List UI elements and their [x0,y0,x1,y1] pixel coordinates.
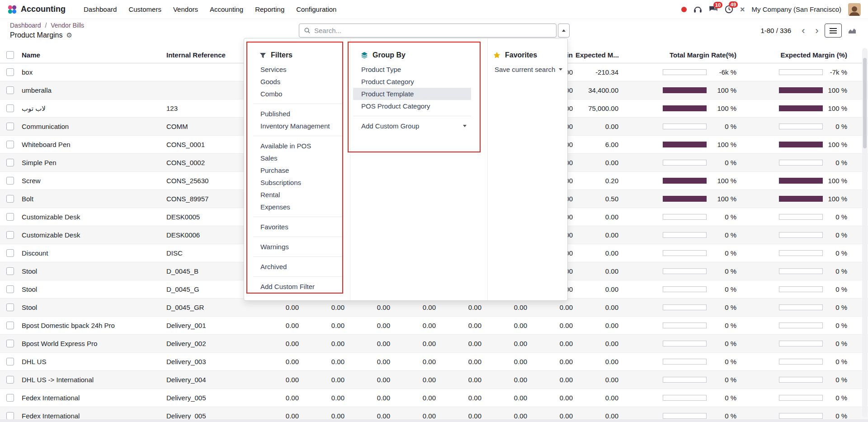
filter-item[interactable]: Favorites [244,221,350,233]
filter-item[interactable]: Goods [244,76,350,88]
menu-item[interactable]: Vendors [169,3,203,16]
groupby-item[interactable]: Product Category [353,76,471,88]
table-row[interactable]: StoolD_0045_GR0.000.000.000.000.000.000.… [0,299,868,317]
cell-margin-rate: 0 % [741,123,853,130]
filter-item[interactable]: Rental [244,189,350,201]
row-checkbox[interactable] [6,86,14,94]
recording-indicator-icon[interactable] [681,7,687,12]
breadcrumb-vendor-bills[interactable]: Vendor Bills [51,22,84,29]
cell-margin-rate: 100 % [621,104,741,112]
view-switch-graph-button[interactable] [844,24,861,38]
pager-next-button[interactable]: › [811,24,823,38]
filter-item[interactable]: Sales [244,152,350,164]
save-current-search[interactable]: Save current search [488,63,567,76]
breadcrumb-dashboard[interactable]: Dashboard [10,22,41,29]
row-checkbox[interactable] [6,394,14,402]
filter-item[interactable]: Archived [244,261,350,273]
search-input[interactable] [314,27,552,34]
cell-internal-reference: Delivery_005 [165,412,256,420]
close-icon[interactable]: × [740,5,745,14]
row-checkbox[interactable] [6,340,14,347]
col-header-numeric[interactable]: Expected M... [576,51,621,59]
table-row[interactable]: Bpost Domestic bpack 24h ProDelivery_001… [0,317,868,335]
row-checkbox[interactable] [6,159,14,166]
nav-right: 10 49 × My Company (San Francisco) [681,3,861,16]
filter-item[interactable]: Available in POS [244,140,350,152]
row-checkbox[interactable] [6,285,14,293]
select-all-checkbox[interactable] [6,51,14,59]
pager-prev-button[interactable]: ‹ [797,24,809,38]
action-gear-icon[interactable]: ⚙ [66,31,72,39]
table-row[interactable]: Fedex InternationalDelivery_0050.000.000… [0,389,868,407]
row-checkbox[interactable] [6,376,14,384]
view-switch-list-button[interactable] [825,24,842,38]
filter-item[interactable]: Add Custom Filter [244,280,350,293]
groupby-item[interactable]: Product Template [353,88,471,100]
add-custom-group[interactable]: Add Custom Group [353,120,471,132]
row-checkbox[interactable] [6,195,14,203]
horizontal-scrollbar[interactable] [0,419,868,422]
cell-name: Simple Pen [20,159,165,166]
filter-item[interactable]: Subscriptions [244,176,350,189]
scrollbar-thumb[interactable] [863,58,867,148]
star-icon [493,52,500,59]
row-checkbox[interactable] [6,412,14,420]
table-row[interactable]: DHL US -> InternationalDelivery_0040.000… [0,371,868,389]
cell-margin-rate: 0 % [741,285,853,293]
table-row[interactable]: Bpost World Express ProDelivery_0020.000… [0,335,868,353]
company-switcher[interactable]: My Company (San Francisco) [752,5,841,13]
cell-margin-rate: 0 % [741,267,853,275]
row-checkbox[interactable] [6,231,14,239]
table-row[interactable]: DHL USDelivery_0030.000.000.000.000.000.… [0,353,868,371]
row-checkbox[interactable] [6,303,14,311]
messages-icon[interactable]: 10 [709,5,718,13]
odoo-logo-icon[interactable] [7,5,17,14]
favorites-title: Favorites [505,51,537,59]
activities-badge: 49 [729,1,738,8]
row-checkbox[interactable] [6,104,14,112]
col-header-name[interactable]: Name [20,51,165,59]
row-checkbox-cell [0,249,20,257]
menu-item[interactable]: Dashboard [79,3,121,16]
filter-item[interactable]: Warnings [244,241,350,253]
menu-item[interactable]: Configuration [292,3,341,16]
group-by-column: Group By Product TypeProduct CategoryPro… [350,38,488,300]
chevron-down-icon [559,68,562,71]
row-checkbox[interactable] [6,68,14,76]
row-checkbox[interactable] [6,267,14,275]
groupby-item[interactable]: POS Product Category [353,100,471,112]
groupby-item[interactable]: Product Type [353,63,471,76]
filter-item[interactable]: Published [244,108,350,120]
col-header-internal-reference[interactable]: Internal Reference [165,51,256,59]
menu-item[interactable]: Accounting [205,3,248,16]
col-header-total-margin-rate[interactable]: Total Margin Rate(%) [621,51,741,59]
search-box[interactable] [299,24,557,38]
app-name[interactable]: Accounting [21,5,66,14]
rate-value: 100 % [826,141,847,148]
search-area [299,24,570,38]
row-checkbox[interactable] [6,213,14,221]
row-checkbox[interactable] [6,322,14,329]
cell-numeric: 0.00 [302,340,347,347]
filter-item[interactable]: Combo [244,88,350,100]
row-checkbox[interactable] [6,249,14,257]
search-options-toggle[interactable] [558,24,570,38]
rate-value: 0 % [826,231,847,239]
row-checkbox[interactable] [6,141,14,148]
user-avatar[interactable] [848,3,861,16]
filter-item[interactable]: Services [244,63,350,76]
progress-bar [663,214,707,220]
filter-item[interactable]: Inventory Management [244,120,350,132]
menu-item[interactable]: Reporting [250,3,289,16]
activities-clock-icon[interactable]: 49 [725,5,733,14]
row-checkbox[interactable] [6,358,14,365]
col-header-expected-margin-rate[interactable]: Expected Margin (%) [741,51,853,59]
cell-margin-rate: 0 % [621,394,741,402]
vertical-scrollbar[interactable] [862,48,868,417]
row-checkbox[interactable] [6,177,14,185]
headset-icon[interactable] [693,5,702,13]
row-checkbox[interactable] [6,123,14,130]
filter-item[interactable]: Purchase [244,164,350,176]
menu-item[interactable]: Customers [124,3,166,16]
filter-item[interactable]: Expenses [244,201,350,213]
